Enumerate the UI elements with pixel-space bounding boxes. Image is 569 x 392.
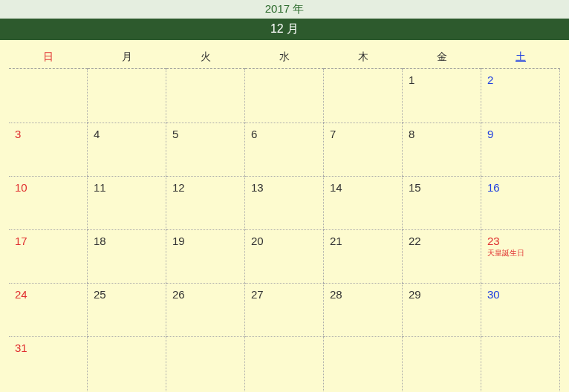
- day-cell: [9, 69, 88, 122]
- day-number: 6: [251, 128, 257, 140]
- day-number: 16: [487, 181, 500, 194]
- day-cell: 11: [88, 176, 166, 229]
- week-row: 31: [0, 336, 569, 392]
- day-cell: 29: [403, 283, 481, 336]
- day-number: 9: [487, 128, 493, 140]
- day-cell: 26: [166, 283, 245, 336]
- day-number: 4: [94, 128, 100, 140]
- month-label: 12 月: [270, 22, 299, 35]
- day-cell: 9: [481, 122, 560, 176]
- year-bar: 2017 年: [0, 0, 569, 19]
- week-row: 24252627282930: [0, 283, 569, 336]
- day-number: 5: [172, 128, 178, 140]
- day-cell: 8: [403, 122, 481, 176]
- day-cell: 12: [166, 176, 245, 229]
- day-cell: 14: [324, 176, 403, 229]
- day-number: 3: [15, 128, 21, 140]
- day-number: 26: [172, 288, 185, 301]
- holiday-label: 天皇誕生日: [487, 248, 553, 258]
- day-headers-row: 日 月 火 水 木 金 土: [0, 40, 569, 69]
- year-label: 2017 年: [265, 2, 305, 15]
- day-cell: 20: [245, 229, 324, 283]
- day-number: 11: [94, 181, 106, 194]
- day-cell: 18: [88, 229, 166, 283]
- day-number: 21: [330, 235, 342, 247]
- day-number: 14: [330, 181, 342, 194]
- day-cell: 25: [88, 283, 166, 336]
- day-cell: 3: [9, 122, 88, 176]
- day-header-sun: 日: [9, 50, 88, 69]
- day-cell: 7: [324, 122, 403, 176]
- day-number: 29: [409, 288, 421, 301]
- day-cell: [245, 69, 324, 122]
- day-number: 31: [15, 342, 27, 354]
- week-row: 17181920212223天皇誕生日: [0, 229, 569, 283]
- month-bar: 12 月: [0, 19, 569, 40]
- day-cell: 13: [245, 176, 324, 229]
- day-number: 12: [172, 181, 185, 194]
- day-number: 27: [251, 288, 264, 301]
- week-row: 10111213141516: [0, 176, 569, 229]
- day-cell: 28: [324, 283, 403, 336]
- day-number: 15: [409, 181, 421, 194]
- day-cell: 2: [481, 69, 560, 122]
- day-number: 2: [487, 74, 493, 86]
- weeks-grid: 1234567891011121314151617181920212223天皇誕…: [0, 69, 569, 392]
- day-cell: 1: [403, 69, 481, 122]
- day-number: 30: [487, 288, 500, 301]
- day-cell: 30: [481, 283, 560, 336]
- day-cell: 22: [403, 229, 481, 283]
- day-cell: 5: [166, 122, 245, 176]
- day-number: 24: [15, 288, 27, 301]
- day-cell: [324, 336, 403, 392]
- day-number: 28: [330, 288, 342, 301]
- day-number: 23: [487, 235, 500, 247]
- day-header-thu: 木: [324, 50, 403, 69]
- day-cell: 19: [166, 229, 245, 283]
- day-number: 25: [94, 288, 106, 301]
- week-row: 12: [0, 69, 569, 122]
- day-cell: [403, 336, 481, 392]
- day-cell: 27: [245, 283, 324, 336]
- day-number: 8: [409, 128, 414, 140]
- day-number: 18: [94, 235, 106, 247]
- week-row: 3456789: [0, 122, 569, 176]
- day-header-tue: 火: [166, 50, 245, 69]
- day-cell: 10: [9, 176, 88, 229]
- day-header-sat[interactable]: 土: [481, 50, 560, 69]
- day-number: 13: [251, 181, 264, 194]
- day-cell: [324, 69, 403, 122]
- day-cell: 21: [324, 229, 403, 283]
- day-cell: 31: [9, 336, 88, 392]
- day-cell: 17: [9, 229, 88, 283]
- day-cell: 15: [403, 176, 481, 229]
- day-number: 10: [15, 181, 27, 194]
- day-cell: 16: [481, 176, 560, 229]
- day-cell: [245, 336, 324, 392]
- day-cell: [166, 336, 245, 392]
- day-header-wed: 水: [245, 50, 324, 69]
- day-number: 19: [172, 235, 185, 247]
- day-number: 20: [251, 235, 264, 247]
- calendar: 日 月 火 水 木 金 土 12345678910111213141516171…: [0, 40, 569, 392]
- day-cell: 23天皇誕生日: [481, 229, 560, 283]
- day-cell: [481, 336, 560, 392]
- day-cell: [88, 336, 166, 392]
- day-number: 1: [409, 74, 414, 86]
- day-cell: [166, 69, 245, 122]
- day-cell: [88, 69, 166, 122]
- day-cell: 6: [245, 122, 324, 176]
- day-number: 22: [409, 235, 421, 247]
- day-number: 7: [330, 128, 336, 140]
- day-cell: 4: [88, 122, 166, 176]
- day-header-fri: 金: [403, 50, 481, 69]
- day-cell: 24: [9, 283, 88, 336]
- day-number: 17: [15, 235, 27, 247]
- day-header-mon: 月: [88, 50, 166, 69]
